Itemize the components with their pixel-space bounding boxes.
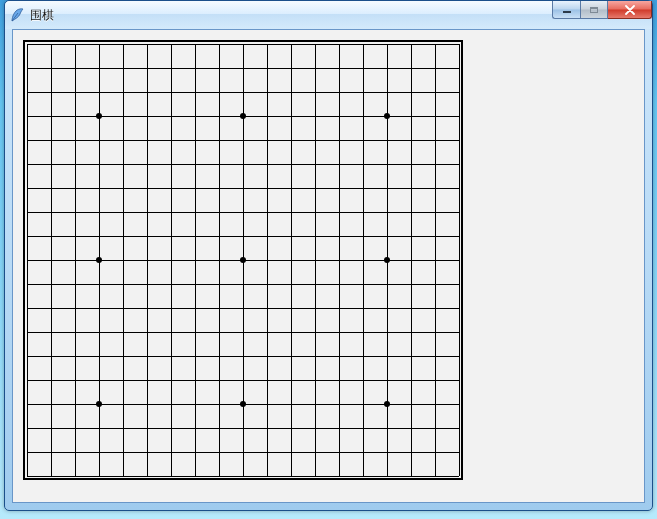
star-point bbox=[96, 401, 102, 407]
go-board[interactable] bbox=[23, 40, 463, 480]
board-grid bbox=[27, 44, 459, 476]
close-button[interactable] bbox=[608, 1, 652, 19]
star-point bbox=[240, 113, 246, 119]
grid-line-v bbox=[267, 44, 268, 476]
board-container bbox=[23, 40, 463, 480]
star-point bbox=[240, 401, 246, 407]
grid-line-h bbox=[27, 428, 459, 429]
grid-line-v bbox=[411, 44, 412, 476]
grid-line-h bbox=[27, 380, 459, 381]
grid-line-v bbox=[291, 44, 292, 476]
grid-line-h bbox=[27, 308, 459, 309]
title-bar[interactable]: 围棋 bbox=[5, 1, 652, 29]
grid-line-v bbox=[435, 44, 436, 476]
grid-line-h bbox=[27, 452, 459, 453]
window-title: 围棋 bbox=[30, 7, 54, 23]
grid-line-v bbox=[459, 44, 460, 476]
grid-line-h bbox=[27, 356, 459, 357]
minimize-icon bbox=[563, 11, 571, 13]
maximize-button[interactable] bbox=[580, 1, 608, 19]
app-window: 围棋 bbox=[4, 0, 653, 511]
star-point bbox=[384, 401, 390, 407]
client-area bbox=[12, 29, 645, 503]
star-point bbox=[96, 257, 102, 263]
grid-line-h bbox=[27, 332, 459, 333]
grid-line-v bbox=[339, 44, 340, 476]
star-point bbox=[96, 113, 102, 119]
window-controls bbox=[552, 1, 652, 19]
close-icon bbox=[624, 5, 636, 15]
grid-line-v bbox=[363, 44, 364, 476]
star-point bbox=[384, 257, 390, 263]
feather-icon bbox=[9, 7, 25, 23]
grid-line-v bbox=[315, 44, 316, 476]
maximize-icon bbox=[590, 7, 598, 13]
grid-line-h bbox=[27, 476, 459, 477]
star-point bbox=[384, 113, 390, 119]
grid-line-h bbox=[27, 284, 459, 285]
minimize-button[interactable] bbox=[552, 1, 580, 19]
star-point bbox=[240, 257, 246, 263]
